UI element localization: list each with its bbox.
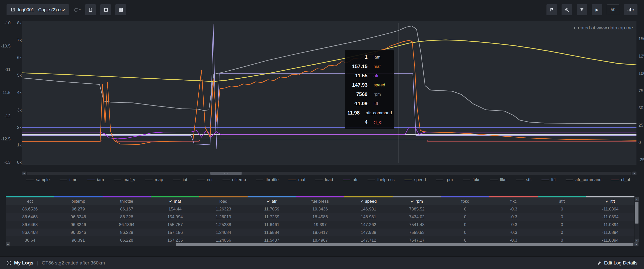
table-scroll-down-icon[interactable]: ▼	[635, 239, 639, 242]
legend-item-sample[interactable]: sample	[26, 177, 50, 182]
grip-dot	[227, 173, 227, 174]
legend-item-ltft[interactable]: ltft	[541, 177, 556, 182]
legend-label: iat	[183, 177, 187, 182]
table-scroll-left-icon[interactable]: ◀	[6, 242, 10, 246]
column-header-label: stft	[559, 199, 565, 204]
table-cell: 7541.48	[393, 221, 441, 229]
rpm-axis-tick: 1k	[17, 143, 22, 148]
flag-button[interactable]	[546, 4, 557, 15]
legend-item-speed[interactable]: speed	[404, 177, 426, 182]
table-scroll-right-icon[interactable]: ▶	[634, 242, 638, 246]
legend-item-time[interactable]: time	[60, 177, 77, 182]
tooltip-value: 7560	[347, 91, 367, 97]
legend-item-flkc[interactable]: flkc	[490, 177, 507, 182]
table-cell: 19.3436	[296, 205, 344, 213]
ltft-axis-tick: -10.5	[1, 44, 11, 49]
play-button[interactable]: ▶	[592, 4, 602, 15]
column-header-load[interactable]: load	[199, 197, 248, 205]
legend-item-oiltemp[interactable]: oiltemp	[222, 177, 246, 182]
legend-item-rpm[interactable]: rpm	[436, 177, 453, 182]
tooltip-value: 11.98	[347, 110, 360, 116]
column-header-ltft[interactable]: ✔ltft	[586, 197, 634, 205]
legend-item-maf[interactable]: maf	[288, 177, 305, 182]
range-scrollbar-thumb[interactable]	[210, 172, 242, 175]
log-chart[interactable]	[22, 21, 636, 165]
legend-item-fbkc[interactable]: fbkc	[463, 177, 480, 182]
check-icon: ✔	[411, 199, 414, 203]
legend-item-afr[interactable]: afr	[343, 177, 358, 182]
my-logs-button[interactable]: My Logs	[7, 260, 33, 266]
table-scroll-up-icon[interactable]: ▲	[635, 197, 639, 201]
table-row[interactable]: 86.653696.27986.167154.441.2632311.70591…	[6, 205, 634, 213]
range-scrollbar-track[interactable]	[27, 172, 631, 175]
my-logs-icon	[7, 260, 12, 265]
legend-item-ect[interactable]: ect	[197, 177, 213, 182]
legend-item-load[interactable]: load	[315, 177, 333, 182]
legend-swatch	[60, 180, 67, 180]
table-cell: 0	[441, 205, 489, 213]
column-header-fuelpress[interactable]: fuelpress	[296, 197, 344, 205]
table-row[interactable]: 86.646896.324686.228154.9941.2601911.725…	[6, 213, 634, 221]
refresh-caret-icon: ▾	[79, 8, 81, 11]
range-scroll-left-icon[interactable]: ◀	[22, 172, 26, 175]
table-view-button[interactable]	[115, 4, 126, 15]
column-header-ect[interactable]: ect	[6, 197, 54, 205]
zoom-out-button[interactable]	[562, 4, 572, 15]
column-header-label: rpm	[416, 199, 423, 204]
table-cell: 86.228	[103, 213, 151, 221]
table-cell: 86.6468	[6, 229, 54, 236]
column-header-fbkc[interactable]: fbkc	[441, 197, 489, 205]
series-line-rpm	[22, 26, 636, 124]
table-horizontal-scrollbar: ◀ ▶	[6, 242, 638, 246]
table-cell: -0.3	[489, 205, 538, 213]
legend-item-maf_v[interactable]: maf_v	[114, 177, 135, 182]
check-icon: ✔	[267, 199, 270, 203]
legend-swatch	[566, 180, 573, 180]
column-header-stft[interactable]: stft	[538, 197, 586, 205]
table-cell: 155.757	[151, 221, 199, 229]
legend-item-throttle[interactable]: throttle	[256, 177, 279, 182]
legend-item-afr_command[interactable]: afr_command	[566, 177, 602, 182]
range-scroll-right-icon[interactable]: ▶	[632, 172, 636, 175]
chart-type-dropdown-button[interactable]: ▾	[624, 4, 637, 15]
new-document-button[interactable]	[85, 4, 96, 15]
filter-button[interactable]	[577, 4, 587, 15]
table-vscroll-thumb[interactable]	[635, 202, 638, 224]
edit-log-details-label: Edit Log Details	[604, 260, 637, 266]
column-header-maf[interactable]: ✔maf	[151, 197, 199, 205]
legend-item-stft[interactable]: stft	[516, 177, 532, 182]
table-row[interactable]: 86.646896.324686.1364155.7571.2523811.64…	[6, 221, 634, 229]
legend-item-iat[interactable]: iat	[173, 177, 187, 182]
column-header-oiltemp[interactable]: oiltemp	[54, 197, 102, 205]
column-header-afr[interactable]: ✔afr	[248, 197, 296, 205]
column-header-speed[interactable]: ✔speed	[344, 197, 393, 205]
column-header-flkc[interactable]: flkc	[489, 197, 538, 205]
column-header-rpm[interactable]: ✔rpm	[393, 197, 441, 205]
table-cell: 146.981	[344, 213, 393, 221]
table-row[interactable]: 86.6496.39186.228157.2351.2405611.540718…	[6, 236, 634, 242]
legend-item-cl_ol[interactable]: cl_ol	[611, 177, 630, 182]
tooltip-row-ltft: -11.09ltft	[347, 99, 391, 108]
legend-label: oiltemp	[232, 177, 246, 182]
open-log-file-button[interactable]: log0001 - Copie (2).csv	[7, 4, 69, 15]
edit-log-details-button[interactable]: Edit Log Details	[597, 260, 637, 266]
legend-swatch	[611, 180, 619, 180]
table-hscroll-thumb[interactable]	[176, 243, 633, 246]
legend-item-iam[interactable]: iam	[87, 177, 104, 182]
refresh-button[interactable]: ▾	[73, 8, 81, 12]
tooltip-row-iam: 1iam	[347, 52, 391, 62]
points-count-input[interactable]: 50	[607, 5, 619, 15]
table-row[interactable]: 86.646896.324686.228157.1561.2468411.558…	[6, 229, 634, 236]
legend-swatch	[197, 180, 205, 180]
legend-label: sample	[36, 177, 50, 182]
table-cell: 96.3246	[54, 213, 102, 221]
tooltip-row-speed: 147.93speed	[347, 80, 391, 90]
layout-sidebar-button[interactable]	[100, 4, 111, 15]
table-cell: -0.3	[489, 221, 538, 229]
column-header-throttle[interactable]: throttle	[103, 197, 151, 205]
legend-item-map[interactable]: map	[145, 177, 163, 182]
tooltip-label: iam	[374, 55, 380, 60]
watermark: created at www.datazap.me	[574, 25, 633, 31]
legend-item-fuelpress[interactable]: fuelpress	[367, 177, 395, 182]
tooltip-value: 147.93	[347, 82, 367, 88]
